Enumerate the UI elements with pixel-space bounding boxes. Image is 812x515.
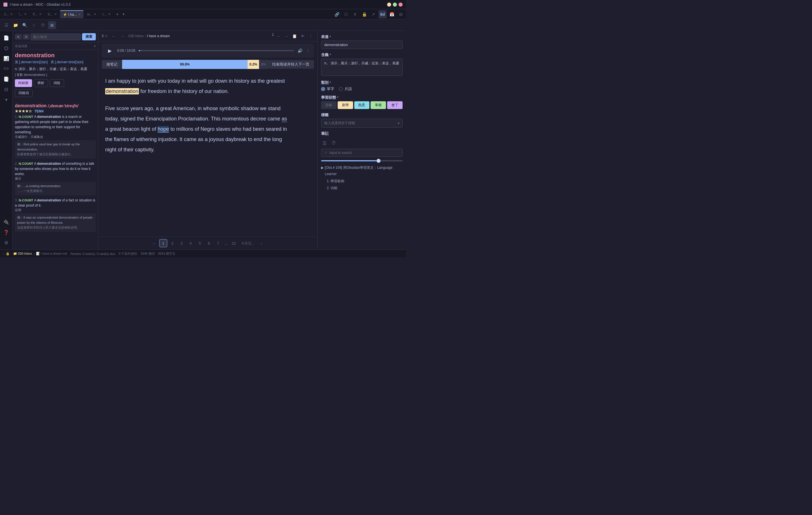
- status-ignore[interactable]: 忽略: [321, 101, 337, 109]
- history-button[interactable]: ⏱: [39, 21, 47, 29]
- dict-phrases-button[interactable]: 词组: [50, 79, 64, 87]
- maximize-button[interactable]: [393, 3, 397, 6]
- tab-r[interactable]: r... ✕: [99, 10, 113, 18]
- page-next-label[interactable]: 今天/正...: [239, 239, 257, 247]
- tab-close-0[interactable]: ✕: [54, 12, 57, 16]
- sidebar-icon-more[interactable]: ▾: [2, 95, 11, 104]
- graph-icon[interactable]: ⬡: [342, 10, 350, 18]
- dict-collins-button[interactable]: 柯林斯: [15, 79, 32, 87]
- tab-close-w[interactable]: ✕: [94, 12, 96, 16]
- note-button[interactable]: 做笔记: [102, 60, 122, 69]
- layout-button[interactable]: ⊞: [48, 21, 56, 29]
- page-2[interactable]: 2: [168, 239, 176, 247]
- page-prev[interactable]: ‹: [150, 239, 158, 247]
- notes-toolbar: ☰ ⏱: [321, 140, 403, 146]
- minimize-button[interactable]: [387, 3, 391, 6]
- sidebar-icon-bookmarks[interactable]: 📑: [2, 74, 11, 84]
- progress-bar[interactable]: [139, 50, 294, 51]
- dict-back-button[interactable]: <: [15, 34, 22, 39]
- play-button[interactable]: ▶: [106, 47, 114, 55]
- view-icon[interactable]: 👁: [299, 33, 306, 39]
- tab-j[interactable]: J... ✕: [1, 10, 16, 18]
- tab-close-f[interactable]: ✕: [39, 12, 41, 16]
- close-button[interactable]: [399, 3, 403, 6]
- notes-history-icon[interactable]: ⏱: [330, 140, 337, 146]
- status-bar: ‹ 🔒 📁 030-Inbox » 📝 I have a dream.md Re…: [0, 249, 406, 258]
- dict-analyze-button[interactable]: 辨析: [34, 79, 48, 87]
- external-link-icon[interactable]: ↗: [369, 10, 377, 18]
- tab-close-iha[interactable]: ✕: [78, 13, 81, 16]
- page-5[interactable]: 5: [196, 239, 204, 247]
- page-1[interactable]: 1: [159, 239, 167, 247]
- tab-excl[interactable]: !... ✕: [16, 10, 29, 18]
- sidebar-icon-code[interactable]: <>: [2, 64, 11, 73]
- content-nav-forward[interactable]: →: [119, 33, 126, 39]
- layout-icon[interactable]: ⊟: [397, 10, 405, 18]
- tab-iha[interactable]: ⚡ I ha... ✕: [60, 10, 84, 18]
- radio-phrase[interactable]: 片語: [339, 86, 352, 91]
- audio-more-button[interactable]: ⋮: [306, 48, 310, 53]
- status-folder: 📁 030-Inbox: [13, 252, 32, 255]
- dict-roots-button[interactable]: 同根词: [15, 89, 33, 97]
- page-6[interactable]: 6: [205, 239, 213, 247]
- expression-input[interactable]: [321, 40, 403, 49]
- sidebar-icon-settings[interactable]: ⚙: [2, 238, 11, 247]
- status-mastered[interactable]: 掌握: [371, 101, 386, 109]
- copy-icon[interactable]: 📋: [291, 33, 298, 39]
- lock-icon[interactable]: 🔒: [360, 10, 368, 18]
- number-icon[interactable]: 6d: [379, 10, 386, 18]
- sidebar-icon-graph[interactable]: ⬡: [2, 44, 11, 53]
- sidebar-icon-layout[interactable]: ⊟: [2, 85, 11, 94]
- page-nav-forward[interactable]: →: [283, 33, 290, 39]
- end-reading-button[interactable]: 结束阅读并转入下一页: [268, 60, 314, 69]
- tab-close-excl[interactable]: ✕: [24, 12, 27, 16]
- bookmark-button[interactable]: ☆: [30, 21, 38, 29]
- sidebar-icon-help[interactable]: ❓: [2, 228, 11, 237]
- progress-bar-reading[interactable]: 99.8% 0.2% 0%: [122, 60, 268, 69]
- hashtag-icon[interactable]: #: [351, 10, 359, 18]
- page-7[interactable]: 7: [214, 239, 222, 247]
- tab-w[interactable]: w... ✕: [84, 10, 99, 18]
- tab-close-r[interactable]: ✕: [108, 12, 110, 16]
- status-familiar[interactable]: 熟悉: [354, 101, 370, 109]
- more-tabs-button[interactable]: ▾: [121, 12, 126, 16]
- tab-f[interactable]: F... ✕: [30, 10, 44, 18]
- notes-tree-item-2: 2. 功能: [327, 185, 403, 191]
- dict-phonetic: 英 [ˌdemənˈstreɪʃ(ə)n] 美 [ˌdemənˈstreɪʃ(ə…: [15, 60, 96, 65]
- page-3[interactable]: 3: [178, 239, 185, 247]
- page-4[interactable]: 4: [187, 239, 195, 247]
- tab-close-j[interactable]: ✕: [10, 12, 12, 16]
- sidebar-icon-files[interactable]: 📄: [2, 33, 11, 42]
- volume-button[interactable]: 🔊: [298, 48, 302, 53]
- notes-section: 筆記 ☰ ⏱ ↺ Input to search ▶ [Obs＃109] 用Ob…: [321, 131, 403, 192]
- page-22[interactable]: 22: [230, 239, 238, 247]
- notes-search-placeholder[interactable]: Input to search: [329, 151, 352, 155]
- more-icon[interactable]: ⋮: [307, 33, 314, 39]
- notes-list-icon[interactable]: ☰: [321, 140, 328, 146]
- search-button[interactable]: 🔍: [21, 21, 29, 29]
- radio-single-word[interactable]: 單字: [321, 86, 334, 91]
- link-icon[interactable]: 🔗: [333, 10, 341, 18]
- dict-forward-button[interactable]: >: [23, 34, 30, 39]
- sidebar-toggle-button[interactable]: ☰: [2, 21, 10, 29]
- status-done[interactable]: 會了: [387, 101, 403, 109]
- highlight-hope: hope: [157, 126, 169, 133]
- page-next[interactable]: ›: [258, 239, 266, 247]
- calendar-icon[interactable]: 📅: [388, 10, 396, 18]
- page-nav-back[interactable]: ←: [275, 33, 282, 39]
- tags-dropdown[interactable]: 輸入或選擇若干標籤 ▾: [321, 119, 403, 128]
- sidebar-icon-help2[interactable]: 🔌: [2, 217, 11, 226]
- dict-search-button[interactable]: 搜索: [82, 33, 96, 40]
- title-bar: I have a dream - MOC - Obsidian v1.0.3: [0, 0, 406, 9]
- content-nav-back[interactable]: ←: [110, 33, 117, 39]
- title-bar-text: I have a dream - MOC - Obsidian v1.0.3: [10, 3, 385, 6]
- article-container: I am happy to join with you today in wha…: [98, 71, 317, 237]
- folder-button[interactable]: 📁: [11, 21, 20, 29]
- sidebar-icon-chart[interactable]: 📊: [2, 54, 11, 63]
- new-tab-button[interactable]: +: [114, 12, 121, 17]
- status-new[interactable]: 新學: [338, 101, 353, 109]
- notes-slider[interactable]: [321, 160, 403, 161]
- meaning-input[interactable]: n. 演示，展示；游行，示威；证实；表达，表露: [321, 59, 403, 76]
- dict-search-input[interactable]: [31, 33, 81, 40]
- tab-0[interactable]: 0... ✕: [45, 10, 59, 18]
